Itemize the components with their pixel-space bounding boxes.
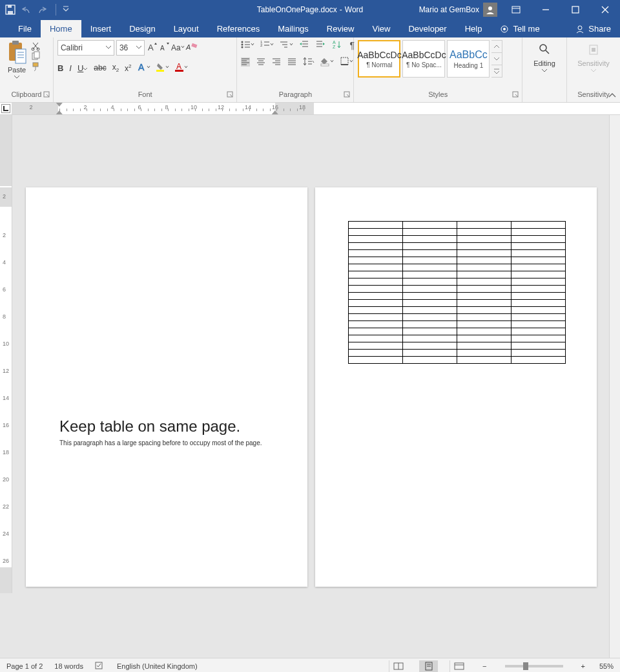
zoom-in-icon[interactable]: + — [579, 662, 588, 670]
styles-up-icon[interactable] — [491, 41, 502, 53]
paragraph-dialog-icon[interactable] — [344, 92, 351, 100]
font-size-combo[interactable]: 36 — [116, 40, 145, 56]
italic-icon[interactable]: I — [69, 63, 72, 73]
zoom-slider[interactable] — [505, 665, 563, 667]
vertical-scrollbar[interactable] — [609, 115, 620, 658]
tell-me[interactable]: Tell me — [491, 20, 548, 37]
copy-icon[interactable] — [31, 52, 41, 61]
right-indent-icon[interactable] — [272, 110, 278, 114]
clipboard-dialog-icon[interactable] — [44, 92, 50, 100]
svg-rect-1 — [8, 11, 13, 14]
status-bar: Page 1 of 2 18 words English (United Kin… — [0, 658, 620, 672]
maximize-icon[interactable] — [561, 0, 590, 19]
ribbon-display-icon[interactable] — [501, 0, 531, 19]
increase-indent-icon[interactable] — [316, 40, 326, 50]
styles-scroll[interactable] — [491, 40, 502, 78]
doc-paragraph[interactable]: This paragraph has a large spacing befor… — [59, 439, 262, 446]
font-color-icon[interactable]: A — [175, 62, 188, 74]
tab-insert[interactable]: Insert — [81, 20, 121, 37]
status-language[interactable]: English (United Kingdom) — [117, 662, 198, 670]
group-clipboard: Paste Clipboard — [0, 37, 54, 102]
qat-customize-icon[interactable] — [63, 6, 69, 13]
decrease-indent-icon[interactable] — [299, 40, 309, 50]
account-name[interactable]: Mario at GemBox — [415, 5, 483, 14]
superscript-icon[interactable]: x2 — [125, 63, 131, 73]
print-layout-icon[interactable] — [419, 660, 438, 672]
tab-home[interactable]: Home — [41, 20, 81, 37]
svg-text:2: 2 — [260, 43, 263, 47]
justify-icon[interactable] — [287, 58, 296, 67]
borders-icon[interactable] — [340, 57, 353, 67]
svg-text:A: A — [185, 43, 191, 51]
status-words[interactable]: 18 words — [54, 662, 83, 670]
tab-design[interactable]: Design — [120, 20, 164, 37]
first-line-indent-icon[interactable] — [56, 103, 63, 107]
tab-developer[interactable]: Developer — [399, 20, 455, 37]
paste-button[interactable]: Paste — [4, 40, 30, 81]
tab-view[interactable]: View — [363, 20, 399, 37]
bullets-icon[interactable] — [241, 40, 254, 50]
clear-formatting-icon[interactable]: A — [186, 42, 198, 54]
tab-layout[interactable]: Layout — [165, 20, 208, 37]
tab-references[interactable]: References — [208, 20, 269, 37]
svg-rect-24 — [33, 63, 38, 67]
page-1[interactable]: Keep table on same page. This paragraph … — [26, 187, 307, 587]
read-mode-icon[interactable] — [389, 660, 408, 672]
styles-gallery[interactable]: AaBbCcDc¶ Normal AaBbCcDc¶ No Spac... Aa… — [358, 40, 502, 78]
align-left-icon[interactable] — [241, 58, 250, 67]
strikethrough-icon[interactable]: abc — [94, 63, 106, 72]
zoom-out-icon[interactable]: − — [480, 662, 489, 670]
align-right-icon[interactable] — [272, 58, 281, 67]
doc-table[interactable] — [348, 221, 566, 364]
multilevel-icon[interactable] — [280, 40, 293, 50]
font-name-combo[interactable]: Calibri — [57, 40, 114, 56]
cut-icon[interactable] — [31, 41, 41, 50]
tab-mailings[interactable]: Mailings — [269, 20, 318, 37]
spellcheck-icon[interactable] — [95, 661, 105, 671]
svg-point-4 — [488, 6, 492, 10]
underline-icon[interactable]: U — [78, 63, 88, 73]
format-painter-icon[interactable] — [31, 62, 41, 71]
shading-icon[interactable] — [321, 57, 334, 67]
window-title: TableOnOnePage.docx - Word — [257, 5, 364, 14]
sort-icon[interactable]: AZ — [333, 40, 343, 50]
avatar-icon[interactable] — [483, 3, 497, 17]
styles-dialog-icon[interactable] — [513, 92, 519, 100]
undo-icon[interactable] — [21, 5, 32, 14]
editing-button[interactable]: Editing — [526, 40, 563, 75]
web-layout-icon[interactable] — [450, 660, 468, 672]
styles-down-icon[interactable] — [491, 53, 502, 65]
bold-icon[interactable]: B — [57, 63, 63, 73]
tab-review[interactable]: Review — [318, 20, 364, 37]
share-button[interactable]: Share — [566, 20, 620, 37]
numbering-icon[interactable]: 12 — [260, 40, 273, 50]
highlight-icon[interactable] — [156, 62, 169, 74]
status-page[interactable]: Page 1 of 2 — [6, 662, 43, 670]
style-normal[interactable]: AaBbCcDc¶ Normal — [358, 40, 400, 78]
font-dialog-icon[interactable] — [227, 92, 234, 100]
text-effects-icon[interactable]: A — [138, 62, 150, 74]
style-heading1[interactable]: AaBbCcHeading 1 — [447, 40, 490, 78]
close-icon[interactable] — [590, 0, 620, 19]
vertical-ruler[interactable]: 2 2 4 6 8 10 12 14 16 18 20 22 24 26 — [0, 115, 12, 593]
zoom-level[interactable]: 55% — [599, 662, 614, 670]
minimize-icon[interactable] — [531, 0, 561, 19]
grow-font-icon[interactable]: A — [147, 42, 157, 54]
redo-icon[interactable] — [37, 5, 49, 14]
page-2[interactable] — [315, 187, 597, 587]
save-icon[interactable] — [5, 5, 16, 15]
tab-file[interactable]: File — [9, 20, 41, 37]
change-case-icon[interactable]: Aa — [171, 42, 184, 54]
styles-more-icon[interactable] — [491, 65, 502, 77]
line-spacing-icon[interactable] — [303, 57, 315, 67]
subscript-icon[interactable]: x2 — [112, 63, 119, 73]
svg-text:A: A — [138, 62, 145, 72]
tab-help[interactable]: Help — [456, 20, 491, 37]
tab-selector-icon[interactable] — [1, 104, 10, 113]
doc-heading[interactable]: Keep table on same page. — [59, 417, 240, 436]
align-center-icon[interactable] — [256, 58, 265, 67]
shrink-font-icon[interactable]: A — [159, 42, 169, 54]
horizontal-ruler[interactable]: 2 2 4 6 8 10 12 14 16 18 — [0, 103, 620, 115]
style-nospacing[interactable]: AaBbCcDc¶ No Spac... — [402, 40, 445, 78]
collapse-ribbon-icon[interactable] — [608, 92, 616, 100]
